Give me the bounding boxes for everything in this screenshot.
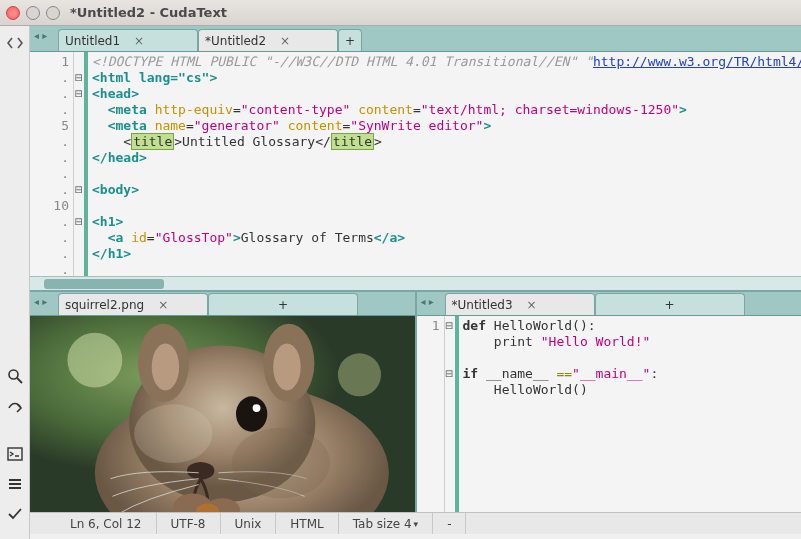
main-row: ◂ ▸ Untitled1 × *Untitled2 × + 1 . . . 5… [0, 26, 801, 539]
fold-column[interactable]: ⊟ ⊟ [445, 316, 459, 512]
status-position[interactable]: Ln 6, Col 12 [30, 513, 157, 534]
code-line: def HelloWorld(): [463, 318, 596, 333]
close-icon[interactable]: × [134, 34, 144, 48]
new-tab-button[interactable]: + [208, 293, 358, 315]
minimize-icon[interactable] [26, 6, 40, 20]
code-line: <head> [92, 86, 139, 101]
goto-arrow-icon[interactable] [4, 395, 26, 417]
editor-top: 1 . . . 5 . . . . 10 . . . . ⊟ ⊟ ⊟ ⊟ <!D… [30, 52, 801, 290]
python-tabstrip: ◂ ▸ *Untitled3 × + [417, 292, 802, 316]
svg-point-9 [152, 343, 179, 390]
code-pane-python[interactable]: 1 ⊟ ⊟ def HelloWorld(): print "Hello Wor… [417, 316, 802, 512]
console-icon[interactable] [4, 443, 26, 465]
code-line: <meta name="generator" content="SynWrite… [92, 118, 491, 133]
svg-point-19 [232, 428, 330, 499]
close-icon[interactable]: × [280, 34, 290, 48]
tab-label: Untitled1 [65, 34, 120, 48]
svg-line-1 [17, 378, 22, 383]
status-encoding[interactable]: UTF-8 [157, 513, 221, 534]
status-tabsize[interactable]: Tab size 4▾ [339, 513, 433, 534]
line-gutter[interactable]: 1 . . . 5 . . . . 10 . . . . [30, 52, 74, 276]
close-icon[interactable] [6, 6, 20, 20]
status-lexer[interactable]: HTML [276, 513, 338, 534]
sidebar [0, 26, 30, 539]
pane-python: ◂ ▸ *Untitled3 × + 1 ⊟ ⊟ def HelloWorld(… [415, 292, 802, 512]
code-pane-html[interactable]: 1 . . . 5 . . . . 10 . . . . ⊟ ⊟ ⊟ ⊟ <!D… [30, 52, 801, 276]
svg-point-4 [67, 333, 122, 388]
code-text[interactable]: <!DOCTYPE HTML PUBLIC "-//W3C//DTD HTML … [88, 52, 801, 276]
check-icon[interactable] [4, 503, 26, 525]
code-line: <title>Untitled Glossary</title> [92, 133, 382, 150]
code-line: <body> [92, 182, 139, 197]
image-tabstrip: ◂ ▸ squirrel2.png × + [30, 292, 415, 316]
code-line: </head> [92, 150, 147, 165]
svg-point-14 [187, 462, 214, 480]
tab-label: squirrel2.png [65, 298, 144, 312]
code-line: <a id="GlossTop">Glossary of Terms</a> [92, 230, 405, 245]
tab-untitled2[interactable]: *Untitled2 × [198, 29, 338, 51]
code-line: print "Hello World!" [463, 334, 651, 349]
svg-point-12 [236, 396, 267, 431]
code-line: if __name__ =="__main__": [463, 366, 659, 381]
tab-untitled3[interactable]: *Untitled3 × [445, 293, 595, 315]
window-title: *Untitled2 - CudaText [70, 5, 227, 20]
svg-rect-2 [8, 448, 22, 460]
status-more[interactable]: - [433, 513, 466, 534]
content-area: ◂ ▸ Untitled1 × *Untitled2 × + 1 . . . 5… [30, 26, 801, 539]
svg-point-11 [273, 343, 300, 390]
image-viewer[interactable] [30, 316, 415, 512]
svg-point-13 [253, 404, 261, 412]
top-tabstrip: ◂ ▸ Untitled1 × *Untitled2 × + [30, 26, 801, 52]
tab-untitled1[interactable]: Untitled1 × [58, 29, 198, 51]
svg-point-5 [338, 353, 381, 396]
app-window: *Untitled2 - CudaText ◂ ▸ Untitled1 × [0, 0, 801, 539]
tab-nav-arrows[interactable]: ◂ ▸ [34, 296, 47, 307]
titlebar[interactable]: *Untitled2 - CudaText [0, 0, 801, 26]
close-icon[interactable]: × [527, 298, 537, 312]
tab-label: *Untitled2 [205, 34, 266, 48]
new-tab-button[interactable]: + [595, 293, 745, 315]
menu-icon[interactable] [4, 473, 26, 495]
tab-squirrel[interactable]: squirrel2.png × [58, 293, 208, 315]
tab-label: *Untitled3 [452, 298, 513, 312]
code-line: HelloWorld() [463, 382, 588, 397]
scrollbar-thumb[interactable] [44, 279, 164, 289]
squirrel-image [30, 316, 415, 512]
code-line: <meta http-equiv="content-type" content=… [92, 102, 687, 117]
svg-point-18 [134, 404, 212, 463]
fold-column[interactable]: ⊟ ⊟ ⊟ ⊟ [74, 52, 88, 276]
line-gutter[interactable]: 1 [417, 316, 445, 512]
code-line: <h1> [92, 214, 123, 229]
status-line-endings[interactable]: Unix [221, 513, 277, 534]
search-icon[interactable] [4, 365, 26, 387]
maximize-icon[interactable] [46, 6, 60, 20]
code-text[interactable]: def HelloWorld(): print "Hello World!" i… [459, 316, 802, 512]
pane-image: ◂ ▸ squirrel2.png × + [30, 292, 415, 512]
new-tab-button[interactable]: + [338, 29, 362, 51]
doctype-url-link[interactable]: http://www.w3.org/TR/html4/loose.dt [593, 54, 801, 69]
horizontal-scrollbar[interactable] [30, 276, 801, 290]
code-line: </h1> [92, 246, 131, 261]
close-icon[interactable]: × [158, 298, 168, 312]
tab-nav-arrows[interactable]: ◂ ▸ [34, 30, 47, 41]
tab-nav-arrows[interactable]: ◂ ▸ [421, 296, 434, 307]
svg-point-0 [9, 370, 18, 379]
bottom-panes: ◂ ▸ squirrel2.png × + [30, 290, 801, 512]
statusbar: Ln 6, Col 12 UTF-8 Unix HTML Tab size 4▾… [30, 512, 801, 534]
code-line: <html lang="cs"> [92, 70, 217, 85]
code-tree-icon[interactable] [4, 32, 26, 54]
